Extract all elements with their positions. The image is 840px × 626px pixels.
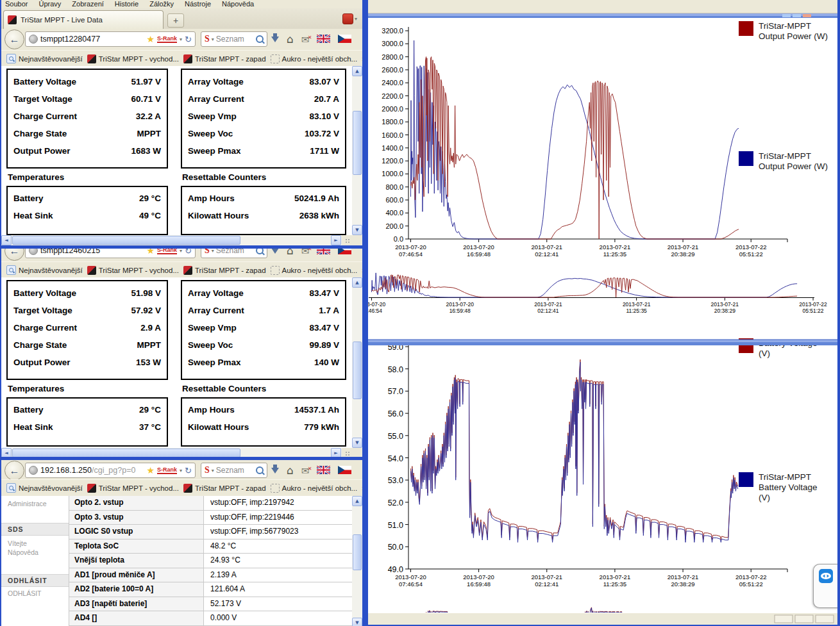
live-data-row: Charge Current2.9 A [8, 319, 167, 336]
resize-grip[interactable] [342, 448, 352, 458]
menu-item-záložky[interactable]: Záložky [149, 0, 174, 8]
download-arrow-icon[interactable] [271, 249, 279, 258]
charts-window: 0.0200.0400.0600.0800.01000.01200.01400.… [365, 0, 840, 626]
window-control-button[interactable] [793, 14, 801, 17]
back-button[interactable]: ← [4, 461, 24, 481]
scroll-right-icon[interactable]: ► [331, 448, 341, 458]
download-arrow-icon[interactable] [271, 37, 279, 46]
chevron-down-icon[interactable]: ▾ [212, 468, 214, 474]
new-tab-button[interactable]: + [167, 13, 184, 28]
uk-flag-icon[interactable] [317, 465, 330, 477]
czech-flag-icon[interactable] [338, 465, 351, 477]
bookmark-item[interactable]: TriStar MPPT - vychod... [87, 266, 179, 275]
browser-tab[interactable]: TriStar MPPT - Live Data [3, 10, 164, 29]
menu-item-zobrazení[interactable]: Zobrazení [72, 0, 104, 8]
home-icon[interactable]: ⌂ [287, 249, 294, 256]
globe-icon [29, 249, 38, 255]
scrollbar-thumb[interactable] [12, 449, 240, 457]
bookmark-item[interactable]: TriStar MPPT - zapad [183, 266, 266, 275]
sidebar-link-nápověda[interactable]: Nápověda [8, 548, 38, 556]
menu-item-nástroje[interactable]: Nástroje [185, 0, 211, 8]
window-control-button[interactable] [782, 14, 791, 17]
legend-label: TriStar-MPPT [759, 472, 811, 482]
url-bar[interactable]: tsmppt12460215★S-Rank▾↻ [25, 249, 196, 258]
back-button[interactable]: ← [4, 249, 24, 261]
menu-item-soubor[interactable]: Soubor [5, 0, 28, 8]
sidebar-link-vítejte[interactable]: Vítejte [8, 540, 27, 547]
bookmark-item[interactable]: Nejnavštěvovanější [6, 265, 83, 275]
scroll-up-icon[interactable]: ▲ [352, 496, 362, 506]
home-icon[interactable]: ⌂ [287, 465, 294, 476]
chevron-down-icon[interactable]: ▾ [212, 249, 214, 254]
mail-icon[interactable]: ✉✕ [301, 249, 310, 256]
mail-icon[interactable]: ✉✕ [301, 466, 310, 475]
resize-grip[interactable] [342, 235, 352, 245]
window-control-button[interactable] [803, 14, 811, 17]
download-arrow-icon[interactable] [271, 468, 279, 477]
scrollbar-thumb[interactable] [12, 236, 240, 245]
menu-item-nápověda[interactable]: Nápověda [222, 0, 254, 8]
horizontal-scrollbar[interactable]: ◄ ► [1, 448, 352, 458]
reload-icon[interactable]: ↻ [185, 249, 192, 256]
search-placeholder: Seznam [216, 466, 254, 475]
scroll-down-icon[interactable]: ▼ [352, 618, 362, 626]
scroll-up-icon[interactable]: ▲ [352, 277, 362, 288]
scroll-left-icon[interactable]: ◄ [1, 448, 12, 458]
bookmark-item[interactable]: Nejnavštěvovanější [6, 483, 83, 493]
search-box[interactable]: S▾Seznam [201, 463, 267, 478]
scroll-right-icon[interactable]: ► [331, 235, 341, 245]
live-data-row: Sweep Voc99.89 V [182, 336, 345, 354]
reload-icon[interactable]: ↻ [185, 466, 192, 475]
czech-flag-icon[interactable] [338, 249, 351, 257]
teamviewer-flap[interactable] [813, 564, 839, 608]
scrollbar-thumb[interactable] [353, 342, 362, 399]
menu-item-historie[interactable]: Historie [115, 0, 139, 8]
tab-list-button[interactable]: ▾ [342, 13, 357, 24]
bookmark-label: TriStar MPPT - vychod... [99, 484, 179, 492]
bookmark-item[interactable]: Nejnavštěvovanější [6, 54, 83, 63]
vertical-scrollbar[interactable]: ▲ ▼ [352, 277, 362, 448]
bookmark-star-icon[interactable]: ★ [147, 35, 155, 44]
mail-icon[interactable]: ✉✕ [301, 35, 310, 44]
sidebar-link-odhlásit[interactable]: ODHLÁSIT [8, 589, 42, 597]
url-bar[interactable]: 192.168.1.250/cgi_pg?p=0★S-Rank▾↻ [25, 463, 196, 478]
search-box[interactable]: S▾Seznam [201, 249, 267, 258]
home-icon[interactable]: ⌂ [287, 34, 294, 45]
vertical-scrollbar[interactable]: ▲ ▼ [352, 496, 362, 626]
bookmark-item[interactable]: Aukro - největší obch... [271, 54, 358, 63]
uk-flag-icon[interactable] [317, 249, 330, 257]
bookmark-item[interactable]: Aukro - největší obch... [271, 266, 358, 275]
vertical-scrollbar[interactable]: ▲ ▼ [352, 66, 362, 235]
chevron-down-icon[interactable]: ▾ [212, 37, 214, 42]
uk-flag-icon[interactable] [317, 34, 330, 45]
metric-value: 779 kWh [304, 422, 339, 432]
search-box[interactable]: S▾Seznam [201, 31, 267, 47]
chevron-down-icon[interactable]: ▾ [180, 37, 182, 42]
scroll-down-icon[interactable]: ▼ [352, 225, 362, 235]
morningstar-icon [183, 484, 192, 493]
table-row: LOGIC S0 vstupvstup:OFF, imp:56779023 [69, 525, 352, 540]
bookmark-item[interactable]: TriStar MPPT - zapad [183, 484, 266, 493]
scrollbar-thumb[interactable] [353, 111, 362, 175]
scroll-left-icon[interactable]: ◄ [1, 235, 12, 245]
metric-value: 20.7 A [314, 94, 339, 104]
bookmark-item[interactable]: Aukro - největší obch... [271, 484, 358, 493]
bookmark-star-icon[interactable]: ★ [147, 249, 155, 255]
bookmark-item[interactable]: TriStar MPPT - vychod... [87, 484, 179, 493]
czech-flag-icon[interactable] [338, 34, 351, 45]
scroll-up-icon[interactable]: ▲ [352, 66, 362, 76]
reload-icon[interactable]: ↻ [185, 35, 192, 44]
bookmark-item[interactable]: TriStar MPPT - vychod... [87, 54, 179, 63]
horizontal-scrollbar[interactable]: ◄ ► [1, 235, 352, 245]
sidebar-link-administrace[interactable]: Administrace [8, 500, 47, 507]
chevron-down-icon[interactable]: ▾ [180, 468, 182, 474]
status-bar [368, 613, 837, 625]
scrollbar-thumb[interactable] [353, 534, 362, 570]
bookmark-star-icon[interactable]: ★ [147, 466, 155, 475]
scroll-down-icon[interactable]: ▼ [352, 438, 362, 448]
chevron-down-icon[interactable]: ▾ [180, 249, 182, 254]
menu-item-úpravy[interactable]: Úpravy [38, 0, 61, 8]
bookmark-item[interactable]: TriStar MPPT - zapad [183, 54, 266, 63]
url-bar[interactable]: tsmppt12280477★S-Rank▾↻ [25, 31, 196, 47]
back-button[interactable]: ← [4, 29, 24, 49]
